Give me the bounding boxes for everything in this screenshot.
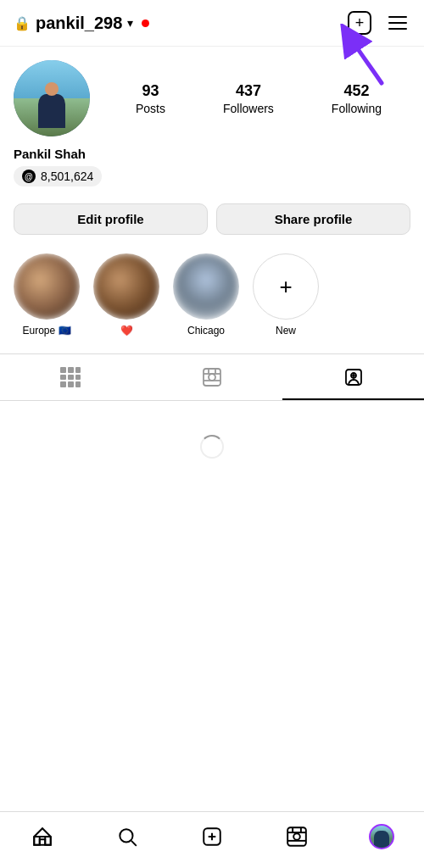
story-heart-image [93, 253, 159, 320]
story-europe-label: Europe 🇪🇺 [22, 325, 70, 337]
bottom-spacer [0, 698, 424, 765]
posts-count: 93 [142, 82, 159, 100]
story-europe-image [14, 253, 80, 320]
story-europe[interactable]: Europe 🇪🇺 [14, 253, 80, 337]
story-heart-label: ❤️ [120, 325, 133, 337]
content-area [0, 401, 424, 698]
nav-profile-figure [374, 831, 389, 848]
edit-profile-button[interactable]: Edit profile [14, 203, 208, 235]
profile-section: 93 Posts 437 Followers 452 Following Pan… [0, 47, 424, 193]
new-story-plus-icon: + [279, 274, 292, 300]
tab-grid[interactable] [0, 354, 142, 400]
add-icon [200, 825, 224, 849]
followers-label: Followers [223, 102, 274, 115]
share-profile-button[interactable]: Share profile [216, 203, 410, 235]
avatar-figure-body [38, 94, 65, 128]
threads-icon: @ [22, 170, 36, 183]
header-right: + [348, 10, 410, 36]
avatar[interactable] [14, 60, 90, 136]
posts-stat[interactable]: 93 Posts [136, 82, 165, 115]
followers-count: 437 [236, 82, 261, 100]
svg-rect-9 [34, 837, 51, 845]
hamburger-line-1 [388, 16, 407, 18]
nav-search[interactable] [85, 820, 170, 854]
story-heart[interactable]: ❤️ [93, 253, 159, 337]
avatar-image [14, 60, 90, 136]
tabs-section [0, 353, 424, 401]
svg-rect-0 [204, 369, 220, 386]
story-chicago-circle [173, 253, 239, 320]
profile-info: Pankil Shah @ 8,501,624 [14, 147, 410, 186]
tab-tagged[interactable] [282, 354, 424, 400]
nav-profile-avatar [369, 824, 394, 849]
search-icon [115, 825, 139, 849]
stories-section: Europe 🇪🇺 ❤️ Chicago + New [0, 245, 424, 350]
menu-button[interactable] [385, 10, 410, 36]
threads-badge[interactable]: @ 8,501,624 [14, 166, 102, 186]
stats-container: 93 Posts 437 Followers 452 Following [107, 82, 410, 115]
svg-line-11 [131, 841, 137, 846]
avatar-figure-head [45, 82, 59, 96]
svg-point-1 [209, 374, 215, 381]
story-europe-circle [14, 253, 80, 320]
profile-stats-row: 93 Posts 437 Followers 452 Following [14, 60, 410, 136]
following-count: 452 [343, 82, 369, 100]
nav-reels-icon [285, 825, 309, 849]
story-heart-circle [93, 253, 159, 320]
online-dot [142, 19, 149, 27]
loading-spinner [0, 401, 424, 492]
svg-point-16 [293, 833, 300, 840]
header: 🔒 pankil_298 ▾ + [0, 0, 424, 47]
nav-reels[interactable] [254, 820, 339, 854]
svg-point-10 [120, 829, 132, 842]
nav-home[interactable] [0, 820, 85, 854]
nav-profile[interactable] [339, 819, 424, 854]
username-label[interactable]: pankil_298 [36, 14, 122, 33]
svg-rect-15 [287, 827, 306, 846]
hamburger-line-3 [388, 28, 407, 30]
grid-icon [59, 366, 81, 388]
posts-label: Posts [136, 102, 165, 115]
nav-add[interactable] [170, 820, 254, 854]
chevron-down-icon[interactable]: ▾ [127, 16, 133, 30]
add-post-button[interactable]: + [348, 11, 371, 35]
story-new-label: New [276, 325, 296, 337]
threads-count: 8,501,624 [41, 170, 93, 183]
plus-icon: + [355, 14, 365, 32]
svg-point-8 [353, 375, 354, 376]
new-story-circle[interactable]: + [253, 253, 319, 320]
reels-icon [201, 366, 223, 388]
action-buttons: Edit profile Share profile [0, 193, 424, 245]
story-chicago-image [173, 253, 239, 320]
followers-stat[interactable]: 437 Followers [223, 82, 274, 115]
spinner [200, 435, 224, 459]
hamburger-line-2 [388, 22, 407, 24]
home-icon [31, 825, 54, 849]
following-label: Following [332, 102, 382, 115]
story-new[interactable]: + New [253, 253, 319, 337]
tab-reels[interactable] [142, 354, 283, 400]
story-chicago[interactable]: Chicago [173, 253, 239, 337]
bottom-nav [0, 811, 424, 868]
display-name: Pankil Shah [14, 147, 410, 161]
following-stat[interactable]: 452 Following [332, 82, 382, 115]
header-left: 🔒 pankil_298 ▾ [14, 14, 348, 33]
story-chicago-label: Chicago [187, 325, 225, 337]
tagged-icon [343, 366, 365, 388]
lock-icon: 🔒 [14, 15, 31, 31]
